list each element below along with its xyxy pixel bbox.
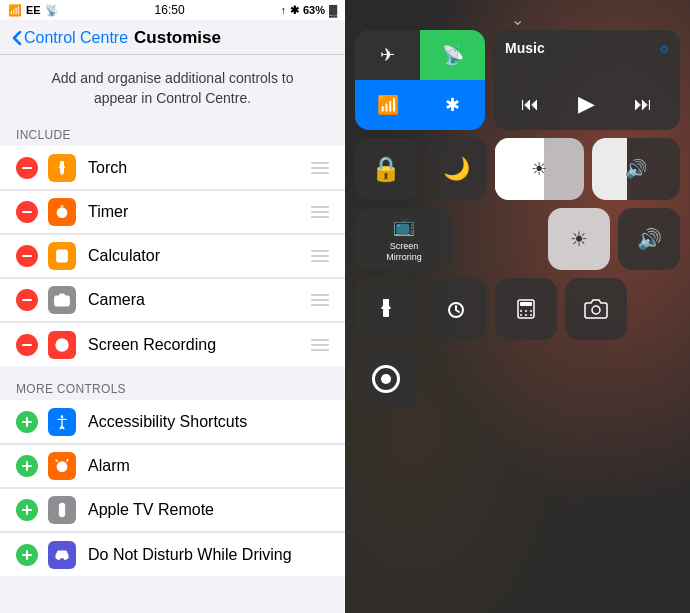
control-centre-container: ✈ 📡 📶 ✱ Music ⌾ ⏮ ▶ ⏭ 🔒 🌙 [355, 30, 680, 410]
description-text: Add and organise additional controls to … [0, 55, 345, 120]
remove-calculator-button[interactable] [16, 245, 38, 267]
wifi-button[interactable]: 📶 [355, 80, 420, 130]
drag-handle[interactable] [311, 294, 329, 306]
volume-slider[interactable]: 🔊 [592, 138, 681, 200]
drag-handle[interactable] [311, 206, 329, 218]
drag-handle[interactable] [311, 250, 329, 262]
status-left: 📶 EE 📡 [8, 4, 59, 17]
add-alarm-button[interactable] [16, 455, 38, 477]
screen-mirroring-button[interactable]: 📺 Screen Mirroring [355, 208, 453, 270]
do-not-disturb-button[interactable]: 🌙 [425, 138, 487, 200]
svg-point-10 [61, 260, 62, 261]
music-title: Music [505, 40, 545, 56]
svg-text:tv: tv [60, 505, 63, 510]
signal-bars: 📶 [8, 4, 22, 17]
status-right: ↑ ✱ 63% ▓ [280, 4, 337, 17]
play-button[interactable]: ▶ [570, 88, 602, 120]
chevron-down-icon[interactable]: ⌄ [511, 10, 524, 29]
nav-bar: Control Centre Customise [0, 20, 345, 55]
bluetooth-button[interactable]: ✱ [420, 80, 485, 130]
dnd-driving-icon [48, 541, 76, 569]
extra-slider-1[interactable]: ☀ [548, 208, 610, 270]
torch-button[interactable] [355, 278, 417, 340]
list-item: Screen Recording [0, 322, 345, 366]
svg-point-8 [65, 257, 66, 258]
accessibility-label: Accessibility Shortcuts [88, 413, 329, 431]
battery-percent: 63% [303, 4, 325, 16]
remove-camera-button[interactable] [16, 289, 38, 311]
airplay-icon[interactable]: ⌾ [660, 40, 668, 56]
include-list: Torch Timer [0, 146, 345, 366]
svg-point-20 [57, 557, 60, 560]
recording-inner [381, 374, 391, 384]
orientation-lock-button[interactable]: 🔒 [355, 138, 417, 200]
torch-icon [48, 154, 76, 182]
add-accessibility-button[interactable] [16, 411, 38, 433]
svg-point-7 [61, 257, 62, 258]
remove-screen-recording-button[interactable] [16, 334, 38, 356]
cc-row-4 [355, 278, 680, 340]
add-dnd-driving-button[interactable] [16, 544, 38, 566]
camera-icon [48, 286, 76, 314]
include-header: INCLUDE [0, 120, 345, 146]
more-controls-header: MORE CONTROLS [0, 374, 345, 400]
screen-recording-icon [48, 331, 76, 359]
screen-recording-button[interactable] [355, 348, 417, 410]
calculator-button[interactable] [495, 278, 557, 340]
drag-handle[interactable] [311, 339, 329, 351]
mirroring-icon: 📺 [393, 215, 415, 237]
svg-point-29 [520, 314, 522, 316]
next-track-button[interactable]: ⏭ [634, 94, 652, 115]
left-panel: 📶 EE 📡 16:50 ↑ ✱ 63% ▓ Control Centre Cu… [0, 0, 345, 613]
remove-timer-button[interactable] [16, 201, 38, 223]
svg-point-27 [525, 310, 527, 312]
alarm-label: Alarm [88, 457, 329, 475]
list-item: Timer [0, 190, 345, 234]
svg-rect-22 [383, 309, 389, 317]
connectivity-block[interactable]: ✈ 📡 📶 ✱ [355, 30, 485, 130]
list-item: Camera [0, 278, 345, 322]
separator [0, 366, 345, 374]
svg-rect-25 [520, 302, 532, 306]
calculator-icon [48, 242, 76, 270]
cc-row-5 [355, 348, 680, 410]
bluetooth-icon: ✱ [290, 4, 299, 17]
more-controls-list: Accessibility Shortcuts Alarm tv [0, 400, 345, 576]
add-appletv-button[interactable] [16, 499, 38, 521]
previous-track-button[interactable]: ⏮ [521, 94, 539, 115]
svg-point-9 [58, 260, 59, 261]
airplane-mode-button[interactable]: ✈ [355, 30, 420, 80]
music-header: Music ⌾ [505, 40, 668, 56]
list-item: Calculator [0, 234, 345, 278]
cc-row-3: 📺 Screen Mirroring ☀ 🔊 [355, 208, 680, 270]
wifi-toggle[interactable]: 📡 [420, 30, 485, 80]
torch-label: Torch [88, 159, 303, 177]
music-controls: ⏮ ▶ ⏭ [505, 88, 668, 120]
page-title: Customise [134, 28, 221, 48]
svg-point-11 [65, 260, 66, 261]
brightness-slider[interactable]: ☀ [495, 138, 584, 200]
screen-recording-label: Screen Recording [88, 336, 303, 354]
remove-torch-button[interactable] [16, 157, 38, 179]
timer-label: Timer [88, 203, 303, 221]
svg-point-26 [520, 310, 522, 312]
recording-circle [372, 365, 400, 393]
list-item: Torch [0, 146, 345, 190]
svg-point-21 [64, 557, 67, 560]
back-label[interactable]: Control Centre [24, 29, 128, 47]
list-item: Accessibility Shortcuts [0, 400, 345, 444]
svg-point-32 [592, 306, 600, 314]
svg-point-30 [525, 314, 527, 316]
timer-button[interactable] [425, 278, 487, 340]
control-centre-panel: ⌄ ✈ 📡 📶 ✱ Music ⌾ ⏮ ▶ ⏭ [345, 0, 690, 613]
wifi-icon: 📡 [45, 4, 59, 17]
drag-handle[interactable] [311, 162, 329, 174]
svg-rect-0 [60, 168, 64, 173]
carrier: EE [26, 4, 41, 16]
cc-row-2: 🔒 🌙 ☀ 🔊 [355, 138, 680, 200]
extra-slider-2[interactable]: 🔊 [618, 208, 680, 270]
camera-button[interactable] [565, 278, 627, 340]
svg-point-12 [59, 298, 64, 303]
back-button[interactable]: Control Centre [12, 29, 128, 47]
appletv-icon: tv [48, 496, 76, 524]
